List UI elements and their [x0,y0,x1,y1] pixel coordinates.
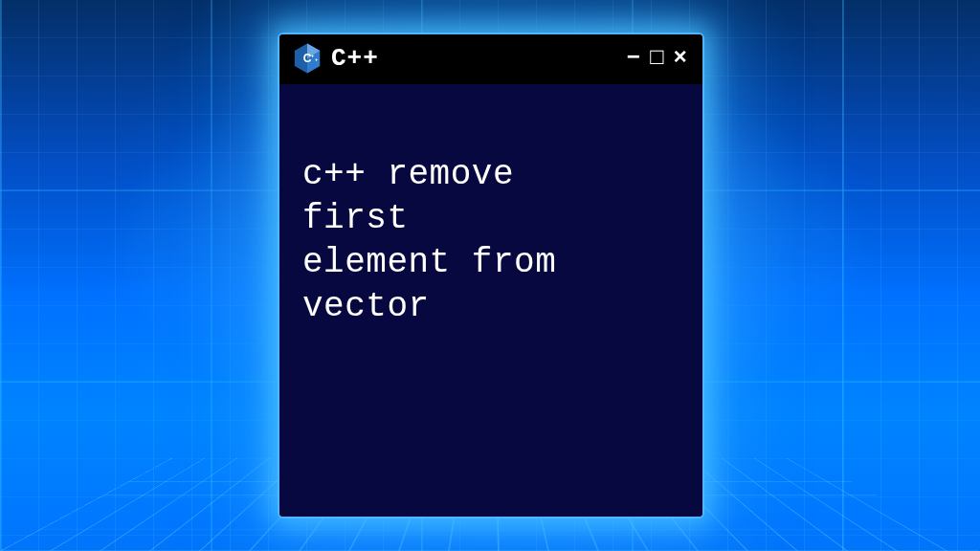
titlebar[interactable]: C + + C++ − □ × [279,34,702,84]
window-controls: − □ × [625,45,689,72]
cpp-logo-icon: C + + [293,43,322,74]
content-text: c++ remove first element from vector [302,155,556,326]
svg-text:C: C [303,52,312,65]
window-title: C++ [331,44,615,73]
close-button[interactable]: × [672,45,689,72]
terminal-window: C + + C++ − □ × c++ remove first element… [278,33,704,518]
terminal-content: c++ remove first element from vector [279,84,702,517]
minimize-button[interactable]: − [625,45,642,72]
maximize-button[interactable]: □ [648,45,665,72]
